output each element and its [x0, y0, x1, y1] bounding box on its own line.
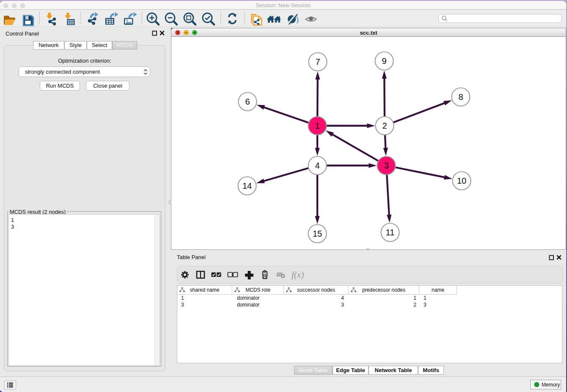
svg-text:14: 14	[242, 181, 252, 190]
svg-text:1: 1	[315, 121, 319, 130]
svg-text:8: 8	[458, 92, 463, 102]
svg-text:15: 15	[313, 229, 322, 238]
svg-text:f(x): f(x)	[292, 270, 304, 280]
svg-text:4: 4	[315, 161, 319, 170]
svg-text:2: 2	[382, 121, 387, 130]
svg-text:10: 10	[457, 176, 466, 185]
svg-text:6: 6	[245, 97, 250, 106]
svg-text:3: 3	[384, 161, 388, 170]
svg-text:7: 7	[315, 57, 320, 66]
svg-text:11: 11	[386, 228, 395, 237]
svg-text:9: 9	[382, 56, 386, 66]
